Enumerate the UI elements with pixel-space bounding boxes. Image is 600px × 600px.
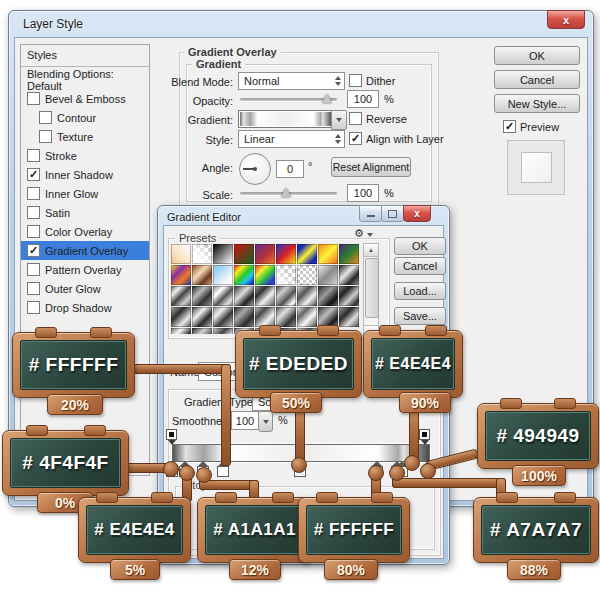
gradient-preset[interactable]	[276, 265, 296, 285]
gradient-preset[interactable]	[234, 307, 254, 327]
sidebar-item-pattern-overlay[interactable]: Pattern Overlay	[21, 260, 149, 279]
angle-field[interactable]: 0	[276, 160, 304, 178]
gradient-preset[interactable]	[213, 286, 233, 306]
sidebar-item-bevel-emboss[interactable]: Bevel & Emboss	[21, 89, 149, 108]
angle-dial[interactable]	[239, 153, 271, 185]
gradient-preset[interactable]	[339, 265, 359, 285]
opacity-stop-left[interactable]	[166, 429, 177, 445]
gradient-preset[interactable]	[234, 265, 254, 285]
style-checkbox[interactable]: ✓	[27, 168, 40, 181]
gradient-preset[interactable]	[297, 286, 317, 306]
gradient-preset[interactable]	[171, 286, 191, 306]
style-checkbox[interactable]	[27, 149, 40, 162]
gradient-preset[interactable]	[255, 286, 275, 306]
opacity-field[interactable]: 100	[347, 90, 379, 108]
gradient-preset[interactable]	[171, 328, 191, 334]
gradient-preset[interactable]	[234, 244, 254, 264]
gradient-preset[interactable]	[192, 265, 212, 285]
gradient-preset[interactable]	[318, 286, 338, 306]
new-style-button[interactable]: New Style...	[494, 94, 580, 113]
gradient-preset[interactable]	[192, 244, 212, 264]
cancel-button[interactable]: Cancel	[494, 70, 580, 89]
blend-mode-select[interactable]: Normal	[238, 72, 345, 90]
presets-scrollbar[interactable]: ▲ ▼	[363, 243, 379, 339]
gradient-preset[interactable]	[297, 265, 317, 285]
gradient-preset[interactable]	[213, 265, 233, 285]
gradient-preset[interactable]	[213, 307, 233, 327]
sidebar-item-texture[interactable]: Texture	[21, 127, 149, 146]
style-checkbox[interactable]	[39, 130, 52, 143]
smoothness-dropdown-button[interactable]	[258, 411, 273, 432]
gradient-preset[interactable]	[339, 286, 359, 306]
sidebar-item-satin[interactable]: Satin	[21, 203, 149, 222]
close-icon[interactable]: x	[403, 205, 431, 222]
align-with-layer-checkbox[interactable]: ✓	[349, 132, 362, 145]
annotation-location: 20%	[47, 394, 103, 415]
reset-alignment-button[interactable]: Reset Alignment	[331, 157, 411, 177]
style-checkbox[interactable]	[27, 187, 40, 200]
ge-cancel-button[interactable]: Cancel	[394, 257, 446, 275]
gradient-swatch[interactable]	[238, 110, 333, 128]
opacity-stop-right[interactable]	[419, 429, 430, 445]
gradient-preset[interactable]	[255, 307, 275, 327]
style-checkbox[interactable]	[27, 206, 40, 219]
close-icon[interactable]: x	[547, 10, 585, 29]
style-checkbox[interactable]	[39, 111, 52, 124]
gradient-preset[interactable]	[297, 244, 317, 264]
style-checkbox[interactable]: ✓	[27, 244, 40, 257]
smoothness-field[interactable]: 100	[231, 411, 259, 430]
ge-load-button[interactable]: Load...	[394, 282, 446, 300]
gradient-preset[interactable]	[192, 307, 212, 327]
gradient-preset[interactable]	[318, 307, 338, 327]
style-checkbox[interactable]	[27, 301, 40, 314]
gradient-dropdown-button[interactable]	[331, 110, 347, 130]
gradient-preset[interactable]	[297, 307, 317, 327]
minimize-icon[interactable]	[359, 205, 382, 222]
gradient-preset[interactable]	[339, 244, 359, 264]
sidebar-item-inner-glow[interactable]: Inner Glow	[21, 184, 149, 203]
sidebar-item-gradient-overlay[interactable]: ✓Gradient Overlay	[21, 241, 149, 260]
gradient-preset[interactable]	[192, 286, 212, 306]
style-select[interactable]: Linear	[238, 130, 345, 148]
style-checkbox[interactable]	[27, 92, 40, 105]
gradient-preset[interactable]	[171, 265, 191, 285]
style-checkbox[interactable]	[27, 282, 40, 295]
opacity-slider-thumb[interactable]	[322, 94, 332, 103]
scale-field[interactable]: 100	[347, 184, 379, 202]
sidebar-item-blending-options-default[interactable]: Blending Options: Default	[21, 70, 149, 89]
style-checkbox[interactable]	[27, 225, 40, 238]
ok-button[interactable]: OK	[494, 46, 580, 65]
gear-menu-arrow-icon[interactable]	[367, 233, 373, 237]
scrollbar-thumb[interactable]	[365, 258, 379, 318]
sidebar-item-inner-shadow[interactable]: ✓Inner Shadow	[21, 165, 149, 184]
ge-ok-button[interactable]: OK	[394, 237, 446, 255]
gradient-preset[interactable]	[234, 286, 254, 306]
gear-icon[interactable]: ⚙	[354, 227, 364, 240]
maximize-icon[interactable]	[381, 205, 404, 222]
ge-save-button[interactable]: Save...	[394, 307, 446, 325]
gradient-preset[interactable]	[339, 307, 359, 327]
gradient-preset[interactable]	[255, 265, 275, 285]
style-checkbox[interactable]	[27, 263, 40, 276]
sidebar-item-color-overlay[interactable]: Color Overlay	[21, 222, 149, 241]
sidebar-item-contour[interactable]: Contour	[21, 108, 149, 127]
gradient-preset[interactable]	[171, 307, 191, 327]
gradient-preset[interactable]	[276, 286, 296, 306]
sidebar-item-stroke[interactable]: Stroke	[21, 146, 149, 165]
sidebar-item-outer-glow[interactable]: Outer Glow	[21, 279, 149, 298]
gradient-preset[interactable]	[318, 244, 338, 264]
dither-checkbox[interactable]	[349, 74, 362, 87]
gradient-preset[interactable]	[318, 265, 338, 285]
gradient-preset[interactable]	[276, 307, 296, 327]
gradient-preset[interactable]	[213, 328, 233, 334]
scale-slider-thumb[interactable]	[281, 188, 291, 197]
gradient-preset[interactable]	[255, 244, 275, 264]
sidebar-item-drop-shadow[interactable]: Drop Shadow	[21, 298, 149, 317]
scroll-up-icon[interactable]: ▲	[364, 244, 378, 257]
gradient-preset[interactable]	[171, 244, 191, 264]
reverse-checkbox[interactable]	[349, 112, 362, 125]
gradient-preset[interactable]	[192, 328, 212, 334]
gradient-preset[interactable]	[276, 244, 296, 264]
preview-checkbox[interactable]: ✓	[503, 120, 516, 133]
gradient-preset[interactable]	[213, 244, 233, 264]
